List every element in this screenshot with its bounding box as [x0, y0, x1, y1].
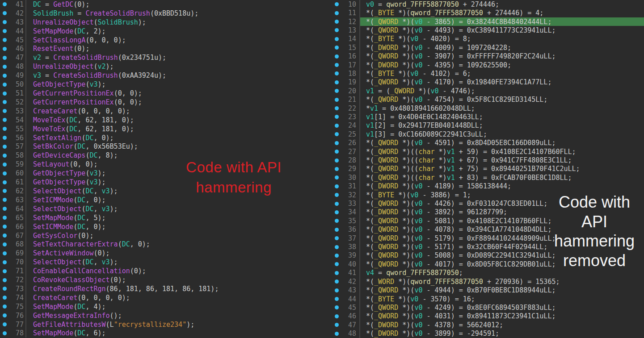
breakpoint-icon[interactable]: [3, 56, 7, 60]
breakpoint-icon[interactable]: [3, 207, 7, 211]
breakpoint-icon[interactable]: [3, 74, 7, 78]
breakpoint-icon[interactable]: [3, 296, 7, 300]
breakpoint-gutter: [0, 27, 9, 36]
breakpoint-icon[interactable]: [335, 297, 339, 301]
line-number: 47: [9, 53, 26, 62]
breakpoint-icon[interactable]: [335, 37, 339, 41]
breakpoint-icon[interactable]: [335, 71, 339, 75]
line-number: 69: [9, 249, 26, 258]
breakpoint-icon[interactable]: [335, 210, 339, 214]
breakpoint-icon[interactable]: [3, 38, 7, 42]
breakpoint-icon[interactable]: [335, 150, 339, 154]
breakpoint-icon[interactable]: [335, 141, 339, 145]
line-number: 65: [9, 213, 26, 222]
breakpoint-icon[interactable]: [3, 11, 7, 15]
breakpoint-icon[interactable]: [335, 28, 339, 32]
breakpoint-icon[interactable]: [3, 278, 7, 282]
breakpoint-icon[interactable]: [3, 189, 7, 193]
annotation-line: hammering: [549, 231, 640, 251]
breakpoint-icon[interactable]: [3, 322, 7, 326]
breakpoint-gutter: [0, 222, 9, 231]
breakpoint-icon[interactable]: [335, 202, 339, 206]
breakpoint-icon[interactable]: [3, 65, 7, 69]
breakpoint-icon[interactable]: [335, 46, 339, 50]
breakpoint-icon[interactable]: [335, 271, 339, 275]
breakpoint-icon[interactable]: [3, 109, 7, 113]
breakpoint-icon[interactable]: [335, 132, 339, 136]
breakpoint-gutter: [0, 311, 9, 320]
breakpoint-icon[interactable]: [335, 2, 339, 6]
breakpoint-icon[interactable]: [3, 234, 7, 238]
breakpoint-icon[interactable]: [3, 313, 7, 317]
breakpoint-icon[interactable]: [335, 115, 339, 119]
code-line: 20v1 = (_QWORD *)(v0 - 4746);: [333, 87, 644, 95]
breakpoint-icon[interactable]: [3, 198, 7, 202]
breakpoint-icon[interactable]: [335, 193, 339, 197]
breakpoint-icon[interactable]: [3, 127, 7, 131]
breakpoint-icon[interactable]: [3, 100, 7, 104]
breakpoint-icon[interactable]: [3, 251, 7, 255]
breakpoint-icon[interactable]: [3, 180, 7, 184]
breakpoint-icon[interactable]: [335, 228, 339, 232]
breakpoint-icon[interactable]: [335, 175, 339, 179]
breakpoint-icon[interactable]: [335, 184, 339, 188]
breakpoint-icon[interactable]: [335, 236, 339, 240]
breakpoint-icon[interactable]: [335, 280, 339, 284]
breakpoint-icon[interactable]: [335, 323, 339, 327]
breakpoint-icon[interactable]: [335, 288, 339, 292]
breakpoint-icon[interactable]: [3, 145, 7, 149]
breakpoint-icon[interactable]: [335, 314, 339, 318]
breakpoint-gutter: [0, 258, 9, 267]
code-text: ResetEvent(0);: [26, 45, 333, 54]
breakpoint-icon[interactable]: [335, 89, 339, 93]
breakpoint-icon[interactable]: [335, 63, 339, 67]
breakpoint-icon[interactable]: [3, 2, 7, 6]
breakpoint-icon[interactable]: [335, 106, 339, 110]
breakpoint-icon[interactable]: [335, 11, 339, 15]
line-number: 70: [9, 258, 26, 267]
breakpoint-icon[interactable]: [335, 98, 339, 102]
code-line: 45SetClassLongA(0, 0, 0);: [0, 36, 333, 45]
breakpoint-icon[interactable]: [335, 219, 339, 223]
breakpoint-icon[interactable]: [335, 124, 339, 128]
breakpoint-icon[interactable]: [3, 260, 7, 264]
line-number: 18: [340, 69, 360, 78]
breakpoint-icon[interactable]: [335, 167, 339, 171]
breakpoint-icon[interactable]: [335, 262, 339, 266]
breakpoint-icon[interactable]: [3, 47, 7, 51]
breakpoint-icon[interactable]: [3, 216, 7, 220]
breakpoint-icon[interactable]: [335, 54, 339, 58]
code-text: GetCurrentPositionEx(0, 0);: [26, 98, 333, 107]
breakpoint-icon[interactable]: [335, 80, 339, 84]
line-number: 43: [9, 18, 26, 27]
breakpoint-icon[interactable]: [3, 331, 7, 335]
breakpoint-icon[interactable]: [3, 118, 7, 122]
breakpoint-icon[interactable]: [3, 92, 7, 96]
breakpoint-icon[interactable]: [3, 171, 7, 175]
line-number: 51: [9, 89, 26, 98]
breakpoint-icon[interactable]: [335, 332, 339, 336]
breakpoint-icon[interactable]: [3, 305, 7, 309]
breakpoint-gutter: [333, 260, 340, 268]
breakpoint-icon[interactable]: [3, 225, 7, 229]
breakpoint-icon[interactable]: [3, 163, 7, 167]
breakpoint-icon[interactable]: [335, 254, 339, 258]
breakpoint-icon[interactable]: [3, 154, 7, 158]
breakpoint-icon[interactable]: [335, 20, 339, 24]
breakpoint-icon[interactable]: [3, 136, 7, 140]
code-text: *(_DWORD *)(v0 - 4378) = 56624012;: [360, 321, 644, 329]
breakpoint-icon[interactable]: [335, 159, 339, 163]
code-text: *(_BYTE *)(v0 - 3570) = 16;: [360, 295, 644, 303]
breakpoint-icon[interactable]: [3, 269, 7, 273]
breakpoint-icon[interactable]: [3, 287, 7, 291]
line-number: 19: [340, 78, 360, 87]
breakpoint-icon[interactable]: [3, 242, 7, 246]
code-line: 42*(_WORD *)(qword_7FFF58877050 + 270936…: [333, 277, 644, 286]
breakpoint-icon[interactable]: [335, 245, 339, 249]
breakpoint-icon[interactable]: [335, 305, 339, 309]
breakpoint-gutter: [333, 277, 340, 286]
breakpoint-icon[interactable]: [3, 29, 7, 33]
breakpoint-icon[interactable]: [3, 83, 7, 87]
breakpoint-icon[interactable]: [3, 20, 7, 24]
code-line: 41DC = GetDC(0);: [0, 0, 333, 9]
